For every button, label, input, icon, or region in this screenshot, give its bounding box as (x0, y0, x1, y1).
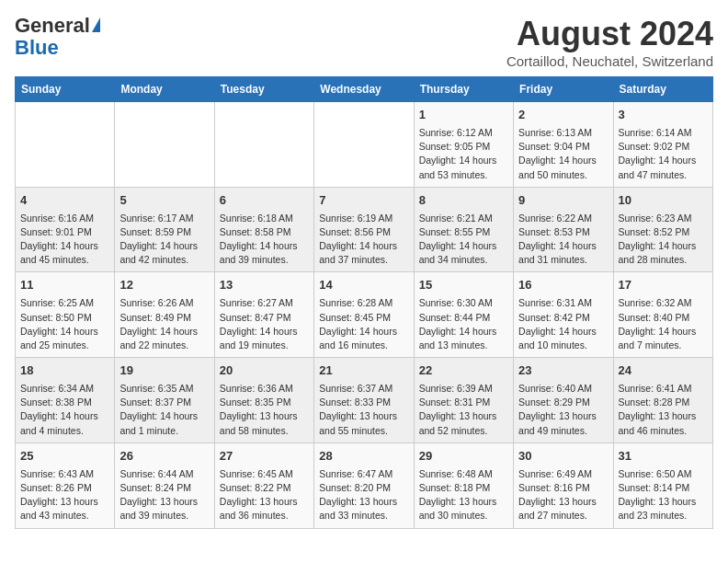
day-info: Sunrise: 6:37 AM Sunset: 8:33 PM Dayligh… (319, 383, 397, 436)
calendar-cell: 2Sunrise: 6:13 AM Sunset: 9:04 PM Daylig… (514, 102, 613, 188)
day-info: Sunrise: 6:32 AM Sunset: 8:40 PM Dayligh… (619, 297, 697, 350)
logo: General Blue (15, 15, 100, 59)
day-number: 22 (419, 362, 508, 380)
logo-blue: Blue (15, 36, 59, 59)
day-info: Sunrise: 6:28 AM Sunset: 8:45 PM Dayligh… (319, 297, 397, 350)
calendar-cell: 19Sunrise: 6:35 AM Sunset: 8:37 PM Dayli… (115, 358, 214, 443)
page-header: General Blue August 2024 Cortaillod, Neu… (15, 15, 713, 69)
day-info: Sunrise: 6:40 AM Sunset: 8:29 PM Dayligh… (518, 383, 597, 436)
day-number: 13 (220, 277, 309, 294)
day-number: 7 (319, 192, 408, 210)
day-number: 3 (619, 107, 708, 124)
day-info: Sunrise: 6:21 AM Sunset: 8:55 PM Dayligh… (419, 213, 497, 266)
day-info: Sunrise: 6:36 AM Sunset: 8:35 PM Dayligh… (220, 383, 298, 436)
day-number: 26 (119, 448, 209, 465)
day-number: 21 (319, 362, 408, 380)
day-number: 12 (119, 277, 209, 294)
calendar-cell: 17Sunrise: 6:32 AM Sunset: 8:40 PM Dayli… (613, 272, 712, 358)
column-header-saturday: Saturday (613, 77, 712, 102)
calendar-cell: 10Sunrise: 6:23 AM Sunset: 8:52 PM Dayli… (613, 187, 712, 272)
calendar-cell: 20Sunrise: 6:36 AM Sunset: 8:35 PM Dayli… (214, 358, 313, 443)
calendar-week-row: 25Sunrise: 6:43 AM Sunset: 8:26 PM Dayli… (16, 442, 713, 528)
day-number: 23 (518, 362, 608, 380)
calendar-cell (16, 102, 115, 188)
calendar-cell: 5Sunrise: 6:17 AM Sunset: 8:59 PM Daylig… (115, 187, 214, 272)
logo-triangle-icon (92, 17, 100, 32)
calendar-cell (214, 102, 313, 188)
calendar-week-row: 11Sunrise: 6:25 AM Sunset: 8:50 PM Dayli… (16, 272, 713, 358)
calendar-cell: 11Sunrise: 6:25 AM Sunset: 8:50 PM Dayli… (16, 272, 115, 358)
location-title: Cortaillod, Neuchatel, Switzerland (506, 53, 713, 69)
day-info: Sunrise: 6:26 AM Sunset: 8:49 PM Dayligh… (119, 297, 198, 350)
day-number: 6 (220, 192, 309, 210)
calendar-cell: 29Sunrise: 6:48 AM Sunset: 8:18 PM Dayli… (414, 442, 513, 528)
day-number: 30 (518, 448, 608, 465)
column-header-monday: Monday (115, 77, 214, 102)
calendar-cell (314, 102, 414, 188)
day-info: Sunrise: 6:39 AM Sunset: 8:31 PM Dayligh… (419, 383, 497, 436)
day-info: Sunrise: 6:13 AM Sunset: 9:04 PM Dayligh… (518, 127, 597, 180)
calendar-cell: 6Sunrise: 6:18 AM Sunset: 8:58 PM Daylig… (214, 187, 313, 272)
calendar-cell: 15Sunrise: 6:30 AM Sunset: 8:44 PM Dayli… (414, 272, 513, 358)
calendar-cell: 31Sunrise: 6:50 AM Sunset: 8:14 PM Dayli… (613, 442, 712, 528)
day-info: Sunrise: 6:34 AM Sunset: 8:38 PM Dayligh… (20, 383, 98, 436)
calendar-cell: 1Sunrise: 6:12 AM Sunset: 9:05 PM Daylig… (414, 102, 513, 188)
day-info: Sunrise: 6:30 AM Sunset: 8:44 PM Dayligh… (419, 297, 497, 350)
calendar-week-row: 1Sunrise: 6:12 AM Sunset: 9:05 PM Daylig… (16, 102, 713, 188)
calendar-week-row: 4Sunrise: 6:16 AM Sunset: 9:01 PM Daylig… (16, 187, 713, 272)
logo-general: General (15, 15, 90, 37)
day-number: 24 (619, 362, 708, 380)
day-number: 10 (619, 192, 708, 210)
column-header-thursday: Thursday (414, 77, 513, 102)
column-header-friday: Friday (514, 77, 613, 102)
day-info: Sunrise: 6:43 AM Sunset: 8:26 PM Dayligh… (20, 468, 98, 522)
calendar-cell: 21Sunrise: 6:37 AM Sunset: 8:33 PM Dayli… (314, 358, 414, 443)
day-info: Sunrise: 6:49 AM Sunset: 8:16 PM Dayligh… (518, 468, 597, 522)
day-number: 27 (220, 448, 309, 465)
day-number: 8 (419, 192, 508, 210)
calendar-cell: 12Sunrise: 6:26 AM Sunset: 8:49 PM Dayli… (115, 272, 214, 358)
day-info: Sunrise: 6:17 AM Sunset: 8:59 PM Dayligh… (119, 213, 198, 266)
calendar-cell: 18Sunrise: 6:34 AM Sunset: 8:38 PM Dayli… (16, 358, 115, 443)
day-info: Sunrise: 6:19 AM Sunset: 8:56 PM Dayligh… (319, 213, 397, 266)
calendar-cell: 7Sunrise: 6:19 AM Sunset: 8:56 PM Daylig… (314, 187, 414, 272)
calendar-cell: 28Sunrise: 6:47 AM Sunset: 8:20 PM Dayli… (314, 442, 414, 528)
calendar-cell: 23Sunrise: 6:40 AM Sunset: 8:29 PM Dayli… (514, 358, 613, 443)
day-number: 29 (419, 448, 508, 465)
day-number: 2 (518, 107, 608, 124)
calendar-cell: 27Sunrise: 6:45 AM Sunset: 8:22 PM Dayli… (214, 442, 313, 528)
day-number: 20 (220, 362, 309, 380)
day-info: Sunrise: 6:16 AM Sunset: 9:01 PM Dayligh… (20, 213, 98, 266)
day-info: Sunrise: 6:48 AM Sunset: 8:18 PM Dayligh… (419, 468, 497, 522)
month-title: August 2024 (506, 15, 713, 53)
day-info: Sunrise: 6:23 AM Sunset: 8:52 PM Dayligh… (619, 213, 697, 266)
calendar-week-row: 18Sunrise: 6:34 AM Sunset: 8:38 PM Dayli… (16, 358, 713, 443)
calendar-cell: 30Sunrise: 6:49 AM Sunset: 8:16 PM Dayli… (514, 442, 613, 528)
day-info: Sunrise: 6:31 AM Sunset: 8:42 PM Dayligh… (518, 297, 597, 350)
calendar-table: SundayMondayTuesdayWednesdayThursdayFrid… (15, 76, 713, 529)
day-number: 25 (20, 448, 109, 465)
day-info: Sunrise: 6:18 AM Sunset: 8:58 PM Dayligh… (220, 213, 298, 266)
day-info: Sunrise: 6:14 AM Sunset: 9:02 PM Dayligh… (619, 127, 697, 180)
calendar-cell: 16Sunrise: 6:31 AM Sunset: 8:42 PM Dayli… (514, 272, 613, 358)
calendar-cell: 26Sunrise: 6:44 AM Sunset: 8:24 PM Dayli… (115, 442, 214, 528)
day-number: 1 (419, 107, 508, 124)
calendar-cell (115, 102, 214, 188)
day-number: 17 (619, 277, 708, 294)
column-header-wednesday: Wednesday (314, 77, 414, 102)
calendar-cell: 24Sunrise: 6:41 AM Sunset: 8:28 PM Dayli… (613, 358, 712, 443)
column-header-sunday: Sunday (16, 77, 115, 102)
day-info: Sunrise: 6:50 AM Sunset: 8:14 PM Dayligh… (619, 468, 697, 522)
title-block: August 2024 Cortaillod, Neuchatel, Switz… (506, 15, 713, 69)
day-number: 31 (619, 448, 708, 465)
day-info: Sunrise: 6:25 AM Sunset: 8:50 PM Dayligh… (20, 297, 98, 350)
calendar-cell: 25Sunrise: 6:43 AM Sunset: 8:26 PM Dayli… (16, 442, 115, 528)
day-info: Sunrise: 6:35 AM Sunset: 8:37 PM Dayligh… (119, 383, 198, 436)
day-number: 16 (518, 277, 608, 294)
day-number: 9 (518, 192, 608, 210)
day-number: 4 (20, 192, 109, 210)
calendar-cell: 3Sunrise: 6:14 AM Sunset: 9:02 PM Daylig… (613, 102, 712, 188)
day-number: 28 (319, 448, 408, 465)
calendar-cell: 22Sunrise: 6:39 AM Sunset: 8:31 PM Dayli… (414, 358, 513, 443)
calendar-cell: 14Sunrise: 6:28 AM Sunset: 8:45 PM Dayli… (314, 272, 414, 358)
